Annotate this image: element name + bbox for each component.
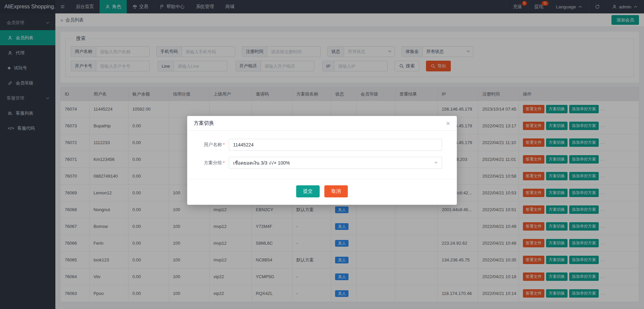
modal-footer: 提交 取消 — [187, 179, 457, 205]
submit-button[interactable]: 提交 — [296, 185, 320, 197]
plan-group-label: 方案分组* — [193, 160, 225, 166]
username-label: 用户名称* — [193, 142, 225, 148]
modal-title: 方案切换 — [194, 120, 214, 126]
close-icon[interactable]: × — [446, 120, 450, 127]
modal-body: 用户名称* 方案分组* เชื่อดยอดเงิน 3/3 √√× 100% — [187, 131, 457, 176]
required-mark: * — [223, 142, 225, 147]
plan-group-select[interactable]: เชื่อดยอดเงิน 3/3 √√× 100% — [229, 157, 442, 169]
username-field-row: 用户名称* — [193, 139, 442, 151]
caret-down-icon — [434, 162, 438, 164]
plan-group-value: เชื่อดยอดเงิน 3/3 √√× 100% — [233, 159, 290, 167]
cancel-button[interactable]: 取消 — [324, 185, 348, 197]
required-mark: * — [223, 160, 225, 165]
modal-header: 方案切换 × — [187, 116, 457, 131]
plan-switch-modal: 方案切换 × 用户名称* 方案分组* เชื่อดยอดเงิน 3/3 √√×… — [187, 116, 457, 205]
username-input[interactable] — [229, 139, 442, 151]
plan-group-field-row: 方案分组* เชื่อดยอดเงิน 3/3 √√× 100% — [193, 157, 442, 169]
